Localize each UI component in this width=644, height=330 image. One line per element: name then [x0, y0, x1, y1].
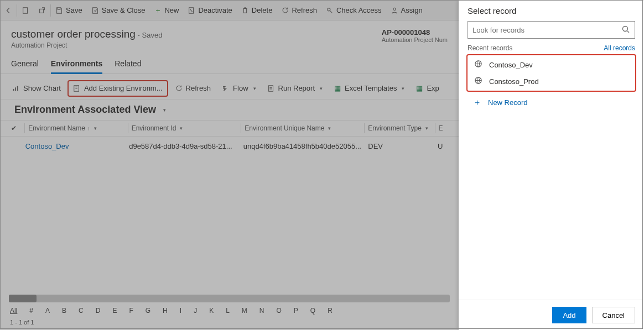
popout-button[interactable]: [34, 1, 50, 20]
chevron-down-icon: ▾: [402, 86, 404, 91]
record-entity: Automation Project: [11, 40, 162, 49]
svg-point-4: [393, 8, 395, 10]
alpha-letter[interactable]: E: [112, 307, 117, 315]
tab-general[interactable]: General: [11, 56, 39, 74]
recent-records-label: Recent records: [468, 44, 512, 52]
horizontal-scrollbar[interactable]: [9, 295, 450, 302]
col-environment-name[interactable]: Environment Name ↑ ▾: [28, 124, 124, 132]
alpha-letter[interactable]: J: [194, 307, 197, 315]
alpha-letter[interactable]: O: [277, 307, 282, 315]
person-icon: [391, 7, 398, 14]
chevron-down-icon: ▾: [163, 107, 166, 113]
col-extra[interactable]: E: [438, 124, 459, 132]
delete-label: Delete: [252, 6, 273, 14]
command-bar: Save Save & Close ＋ New Deactivate Delet…: [0, 1, 459, 20]
grid-header: ✔ Environment Name ↑ ▾ Environment Id ▾ …: [0, 120, 459, 137]
cancel-button[interactable]: Cancel: [592, 307, 635, 323]
export-button[interactable]: ▦ Exp: [411, 80, 443, 97]
run-report-button[interactable]: Run Report ▾: [263, 80, 327, 97]
alpha-letter[interactable]: H: [163, 307, 168, 315]
new-label: New: [164, 6, 179, 14]
key-icon: [326, 7, 334, 14]
clipboard-button[interactable]: [17, 1, 34, 20]
alpha-letter[interactable]: N: [259, 307, 264, 315]
new-record-button[interactable]: ＋ New Record: [459, 92, 644, 113]
check-access-button[interactable]: Check Access: [321, 1, 386, 20]
alpha-letter[interactable]: I: [180, 307, 181, 315]
excel-templates-button[interactable]: ▦ Excel Templates ▾: [329, 80, 409, 97]
new-button[interactable]: ＋ New: [149, 1, 183, 20]
svg-rect-6: [15, 87, 16, 91]
table-row[interactable]: Contoso_Dev d9e587d4-ddb3-4d9a-sd58-21..…: [0, 137, 459, 155]
tab-related[interactable]: Related: [115, 56, 141, 74]
svg-rect-0: [23, 7, 28, 13]
col-environment-id[interactable]: Environment Id ▾: [132, 124, 238, 132]
trash-icon: [241, 7, 249, 14]
add-existing-label: Add Existing Environm...: [84, 84, 163, 92]
popout-icon: [38, 7, 46, 14]
alpha-all[interactable]: All: [10, 307, 17, 315]
cell-type: DEV: [368, 142, 434, 150]
alpha-letter[interactable]: L: [226, 307, 230, 315]
alpha-letter[interactable]: Q: [310, 307, 315, 315]
show-chart-button[interactable]: Show Chart: [8, 80, 65, 97]
excel-icon: ▦: [416, 85, 423, 92]
svg-point-10: [623, 26, 628, 31]
add-existing-environment-button[interactable]: Add Existing Environm...: [67, 80, 168, 97]
back-button[interactable]: [0, 1, 17, 20]
alpha-letter[interactable]: B: [62, 307, 66, 315]
save-button[interactable]: Save: [51, 1, 87, 20]
delete-button[interactable]: Delete: [237, 1, 277, 20]
view-selector[interactable]: Environment Associated View ▾: [0, 99, 459, 120]
search-box[interactable]: [468, 21, 635, 39]
flow-button[interactable]: Flow ▾: [217, 80, 260, 97]
col-environment-type[interactable]: Environment Type ▾: [368, 124, 431, 132]
search-icon[interactable]: [621, 25, 630, 35]
alpha-letter[interactable]: D: [96, 307, 101, 315]
subgrid-command-bar: Show Chart Add Existing Environm... Refr…: [0, 77, 459, 99]
alpha-letter[interactable]: K: [209, 307, 214, 315]
all-records-link[interactable]: All records: [604, 44, 635, 52]
show-chart-label: Show Chart: [23, 84, 61, 92]
save-close-button[interactable]: Save & Close: [87, 1, 150, 20]
tab-environments[interactable]: Environments: [51, 56, 102, 74]
plus-icon: ＋: [154, 7, 162, 14]
alpha-letter[interactable]: P: [294, 307, 298, 315]
svg-rect-5: [13, 88, 14, 91]
save-label: Save: [66, 6, 82, 14]
cell-id: d9e587d4-ddb3-4d9a-sd58-21...: [129, 142, 240, 150]
record-item[interactable]: Constoso_Prod: [468, 73, 635, 90]
alpha-letter[interactable]: F: [129, 307, 133, 315]
svg-rect-1: [40, 9, 44, 13]
cell-name[interactable]: Contoso_Dev: [25, 142, 126, 150]
scrollbar-thumb[interactable]: [9, 295, 37, 302]
alpha-letter[interactable]: M: [242, 307, 247, 315]
refresh-top-button[interactable]: Refresh: [277, 1, 321, 20]
alpha-letter[interactable]: G: [146, 307, 150, 315]
assign-label: Assign: [401, 6, 423, 14]
alpha-hash[interactable]: #: [29, 307, 33, 315]
alpha-filter: All # A B C D E F G H I J K L M N O P Q …: [0, 305, 459, 317]
deactivate-button[interactable]: Deactivate: [183, 1, 236, 20]
record-item[interactable]: Contoso_Dev: [468, 56, 635, 73]
search-input[interactable]: [472, 26, 621, 34]
alpha-letter[interactable]: R: [328, 307, 333, 315]
clipboard-icon: [22, 7, 29, 14]
plus-icon: ＋: [473, 97, 481, 108]
add-button[interactable]: Add: [552, 307, 586, 323]
assign-button[interactable]: Assign: [386, 1, 427, 20]
add-existing-icon: [73, 85, 81, 92]
record-item-label: Contoso_Dev: [489, 61, 533, 69]
chart-icon: [12, 85, 20, 92]
select-all-checkbox[interactable]: ✔: [11, 124, 21, 132]
alpha-letter[interactable]: A: [45, 307, 50, 315]
new-record-label: New Record: [488, 98, 528, 107]
record-number-label: Automation Project Num: [382, 36, 448, 43]
alpha-letter[interactable]: C: [79, 307, 84, 315]
refresh-top-label: Refresh: [292, 6, 317, 14]
refresh-sub-button[interactable]: Refresh: [170, 80, 216, 97]
col-environment-unique[interactable]: Environment Unique Name ▾: [245, 124, 361, 132]
flow-label: Flow: [233, 84, 248, 92]
record-header: customer order processing - Saved Automa…: [0, 20, 459, 51]
chevron-down-icon: ▾: [320, 86, 323, 91]
